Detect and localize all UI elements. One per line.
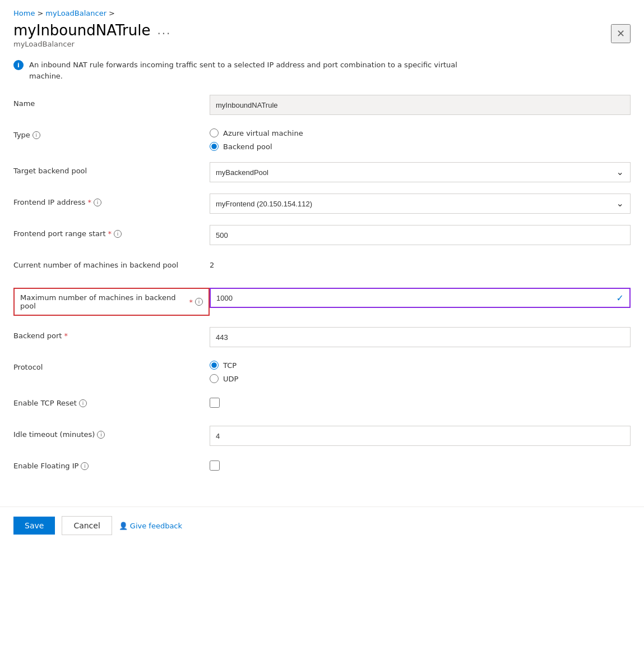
floating-ip-checkbox[interactable] (210, 461, 220, 471)
idle-timeout-info-icon[interactable]: i (97, 431, 105, 439)
idle-timeout-row: Idle timeout (minutes) i (13, 426, 631, 446)
protocol-tcp-radio[interactable] (210, 361, 219, 370)
max-machines-check-icon: ✓ (617, 293, 624, 303)
type-backend-pool-label: Backend pool (223, 142, 272, 151)
tcp-reset-row: Enable TCP Reset i (13, 394, 631, 415)
content-area: i An inbound NAT rule forwards incoming … (0, 48, 644, 502)
feedback-icon: 👤 (119, 522, 128, 530)
type-azure-vm-label: Azure virtual machine (223, 129, 303, 137)
subtitle: myLoadBalancer (13, 40, 171, 48)
title-row: myInboundNATrule ... (13, 22, 171, 39)
frontend-ip-select-wrapper: myFrontend (20.150.154.112) (210, 194, 631, 214)
backend-port-row: Backend port * (13, 327, 631, 347)
breadcrumb-loadbalancer[interactable]: myLoadBalancer (45, 9, 106, 17)
idle-timeout-input[interactable] (210, 426, 631, 446)
current-machines-label: Current number of machines in backend po… (13, 256, 210, 269)
frontend-ip-info-icon[interactable]: i (94, 199, 101, 206)
backend-port-control (210, 327, 631, 347)
target-backend-pool-select-wrapper: myBackendPool (210, 162, 631, 182)
current-machines-row: Current number of machines in backend po… (13, 256, 631, 277)
current-machines-number: 2 (210, 256, 631, 269)
current-machines-value: 2 (210, 256, 631, 269)
backend-port-label: Backend port * (13, 327, 210, 340)
name-label: Name (13, 95, 210, 108)
tcp-reset-checkbox[interactable] (210, 398, 220, 408)
save-button[interactable]: Save (13, 517, 55, 535)
close-button[interactable]: ✕ (611, 24, 631, 43)
name-row: Name (13, 95, 631, 115)
target-backend-pool-control: myBackendPool (210, 162, 631, 182)
max-machines-required: * (189, 298, 193, 306)
footer: Save Cancel 👤 Give feedback (0, 507, 644, 544)
protocol-label: Protocol (13, 358, 210, 371)
name-input[interactable] (210, 95, 631, 115)
floating-ip-label: Enable Floating IP i (13, 457, 210, 470)
info-banner: i An inbound NAT rule forwards incoming … (13, 59, 631, 81)
tcp-reset-info-icon[interactable]: i (79, 399, 87, 407)
protocol-row: Protocol TCP UDP (13, 358, 631, 383)
max-machines-dropdown: ✓ (210, 288, 631, 308)
protocol-udp-radio[interactable] (210, 374, 219, 383)
backend-port-input[interactable] (210, 327, 631, 347)
target-backend-pool-label: Target backend pool (13, 162, 210, 175)
protocol-control: TCP UDP (210, 358, 631, 383)
frontend-port-row: Frontend port range start * i (13, 225, 631, 245)
max-machines-label: Maximum number of machines in backend po… (13, 288, 210, 316)
breadcrumb-sep1: > (37, 9, 43, 17)
protocol-udp-option[interactable]: UDP (210, 374, 631, 383)
floating-ip-control (210, 457, 631, 472)
breadcrumb-sep2: > (109, 9, 115, 17)
type-azure-vm-option[interactable]: Azure virtual machine (210, 128, 631, 137)
breadcrumb: Home > myLoadBalancer > (0, 0, 644, 17)
type-row: Type i Azure virtual machine Backend poo… (13, 126, 631, 151)
max-machines-info-icon[interactable]: i (195, 298, 203, 306)
type-label: Type i (13, 126, 210, 139)
protocol-udp-label: UDP (223, 375, 238, 383)
frontend-port-input[interactable] (210, 225, 631, 245)
frontend-ip-required: * (87, 198, 91, 206)
protocol-tcp-label: TCP (223, 361, 237, 370)
type-control: Azure virtual machine Backend pool (210, 126, 631, 151)
panel: Home > myLoadBalancer > myInboundNATrule… (0, 0, 644, 663)
header-left: myInboundNATrule ... myLoadBalancer (13, 22, 171, 48)
idle-timeout-label: Idle timeout (minutes) i (13, 426, 210, 439)
frontend-port-required: * (108, 229, 112, 238)
info-icon: i (13, 60, 24, 70)
frontend-port-control (210, 225, 631, 245)
idle-timeout-control (210, 426, 631, 446)
frontend-ip-control: myFrontend (20.150.154.112) (210, 194, 631, 214)
protocol-tcp-option[interactable]: TCP (210, 361, 631, 370)
feedback-link[interactable]: 👤 Give feedback (119, 522, 182, 530)
frontend-port-info-icon[interactable]: i (114, 230, 122, 238)
max-machines-row: Maximum number of machines in backend po… (13, 288, 631, 316)
frontend-ip-select[interactable]: myFrontend (20.150.154.112) (210, 194, 631, 214)
target-backend-pool-row: Target backend pool myBackendPool (13, 162, 631, 182)
tcp-reset-label: Enable TCP Reset i (13, 394, 210, 407)
type-info-icon[interactable]: i (33, 131, 40, 139)
type-radio-group: Azure virtual machine Backend pool (210, 126, 631, 151)
backend-port-required: * (64, 332, 68, 340)
target-backend-pool-select[interactable]: myBackendPool (210, 162, 631, 182)
max-machines-control: ✓ (210, 288, 631, 308)
max-machines-input[interactable] (210, 288, 631, 308)
type-backend-pool-radio[interactable] (210, 142, 219, 151)
feedback-label: Give feedback (130, 522, 182, 530)
page-title: myInboundNATrule (13, 22, 150, 39)
frontend-ip-row: Frontend IP address * i myFrontend (20.1… (13, 194, 631, 214)
title-more-button[interactable]: ... (157, 24, 171, 37)
protocol-radio-group: TCP UDP (210, 358, 631, 383)
frontend-ip-label: Frontend IP address * i (13, 194, 210, 206)
name-control (210, 95, 631, 115)
header: myInboundNATrule ... myLoadBalancer ✕ (0, 17, 644, 48)
frontend-port-label: Frontend port range start * i (13, 225, 210, 238)
cancel-button[interactable]: Cancel (62, 516, 112, 535)
type-backend-pool-option[interactable]: Backend pool (210, 142, 631, 151)
floating-ip-info-icon[interactable]: i (81, 462, 89, 470)
floating-ip-row: Enable Floating IP i (13, 457, 631, 477)
tcp-reset-control (210, 394, 631, 409)
info-text: An inbound NAT rule forwards incoming tr… (29, 59, 489, 81)
breadcrumb-home[interactable]: Home (13, 9, 35, 17)
type-azure-vm-radio[interactable] (210, 128, 219, 137)
